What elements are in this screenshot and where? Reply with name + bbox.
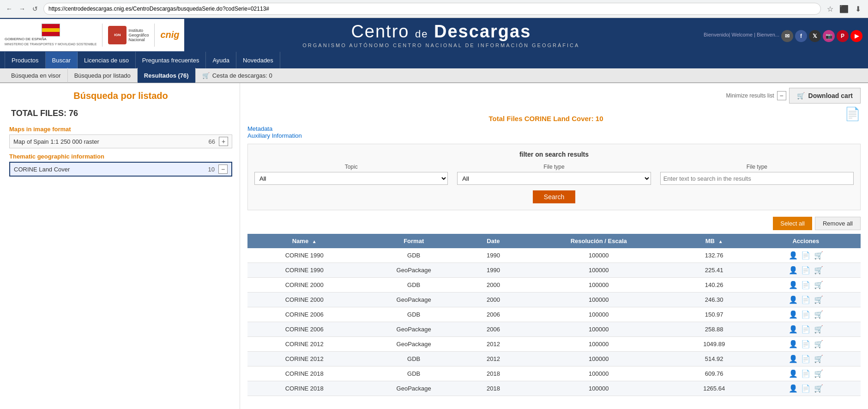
table-row: CORINE 2000 GDB 2000 100000 140.26 👤 📄 🛒 (247, 278, 861, 293)
back-button[interactable]: ← (5, 4, 14, 13)
download-icon[interactable]: 📄 (801, 340, 810, 348)
cell-format: GeoPackage (361, 322, 466, 337)
pdf-icon[interactable]: 📄 (844, 106, 861, 122)
filter-group-filetype: File type All (457, 164, 651, 185)
cell-resolucion: 100000 (520, 322, 677, 337)
cnig-logo: cnig (160, 30, 179, 40)
select-all-button[interactable]: Select all (773, 217, 812, 230)
category-count-maps-raster: 66 (209, 138, 215, 145)
cell-date: 2000 (466, 293, 520, 307)
cell-acciones: 👤 📄 🛒 (751, 352, 861, 366)
reload-button[interactable]: ↺ (30, 4, 40, 13)
cell-acciones: 👤 📄 🛒 (751, 248, 861, 263)
cell-format: GDB (361, 352, 466, 366)
email-icon[interactable]: ✉ (781, 30, 793, 42)
download-icon[interactable]: 📄 (801, 385, 810, 392)
cell-date: 1990 (466, 248, 520, 263)
info-icon[interactable]: 👤 (789, 311, 798, 318)
filetype-select[interactable]: All (457, 172, 651, 185)
info-icon[interactable]: 👤 (789, 281, 798, 289)
welcome-text: Bienvenido| Welcome | Bienven... (704, 32, 779, 37)
subnav-visor[interactable]: Búsqueda en visor (5, 68, 68, 83)
download-button[interactable]: ⬇ (852, 3, 863, 14)
cart-add-icon[interactable]: 🛒 (814, 355, 823, 363)
info-icon[interactable]: 👤 (789, 355, 798, 363)
topic-select[interactable]: All (254, 172, 448, 185)
download-icon[interactable]: 📄 (801, 325, 810, 333)
cart-add-icon[interactable]: 🛒 (814, 340, 823, 348)
url-bar[interactable] (43, 3, 821, 15)
info-icon[interactable]: 👤 (789, 385, 798, 392)
download-icon[interactable]: 📄 (801, 266, 810, 274)
filter-search-button[interactable]: Search (533, 190, 575, 203)
facebook-icon[interactable]: f (795, 30, 807, 42)
download-icon[interactable]: 📄 (801, 370, 810, 378)
cart-add-icon[interactable]: 🛒 (814, 325, 823, 333)
info-icon[interactable]: 👤 (789, 325, 798, 333)
pinterest-icon[interactable]: P (837, 30, 849, 42)
cell-mb: 1049.89 (677, 337, 751, 352)
category-collapse-btn[interactable]: − (218, 165, 228, 174)
subnav-resultados[interactable]: Resultados (76) (138, 68, 196, 83)
download-cart-button[interactable]: 🛒 Download cart (789, 88, 861, 104)
cell-mb: 225.41 (677, 263, 751, 278)
cart-add-icon[interactable]: 🛒 (814, 251, 823, 259)
th-mb[interactable]: MB ▲ (677, 234, 751, 248)
info-icon[interactable]: 👤 (789, 296, 798, 304)
info-icon[interactable]: 👤 (789, 340, 798, 348)
cart-add-icon[interactable]: 🛒 (814, 266, 823, 274)
nav-preguntas[interactable]: Preguntas frecuentes (136, 52, 206, 68)
total-corine-label: Total Files CORINE Land Cover: 10 (247, 115, 844, 122)
total-files: TOTAL FILES: 76 (9, 109, 232, 118)
nav-ayuda[interactable]: Ayuda (206, 52, 236, 68)
cart-add-icon[interactable]: 🛒 (814, 311, 823, 318)
metadata-link[interactable]: Metadata (247, 125, 861, 132)
category-row-maps-raster[interactable]: Map of Spain 1:1 250 000 raster 66 + (9, 134, 232, 148)
table-header-row: Name ▲ Format Date Resolución / Escala M… (247, 234, 861, 248)
nav-licencias[interactable]: Licencias de uso (78, 52, 136, 68)
th-name[interactable]: Name ▲ (247, 234, 361, 248)
download-icon[interactable]: 📄 (801, 251, 810, 259)
spain-flag (42, 24, 60, 37)
filetype-label: File type (457, 164, 651, 170)
table-row: CORINE 2006 GDB 2006 100000 150.97 👤 📄 🛒 (247, 307, 861, 322)
cell-mb: 609.76 (677, 366, 751, 381)
cell-format: GDB (361, 248, 466, 263)
search-text-input[interactable] (660, 172, 854, 185)
extensions-button[interactable]: ⬛ (838, 3, 850, 14)
table-row: CORINE 2012 GDB 2012 100000 514.92 👤 📄 🛒 (247, 352, 861, 366)
download-icon[interactable]: 📄 (801, 311, 810, 318)
filter-title: filter on search results (254, 151, 854, 158)
info-icon[interactable]: 👤 (789, 266, 798, 274)
youtube-icon[interactable]: ▶ (850, 30, 862, 42)
minimize-button[interactable]: − (777, 91, 786, 100)
info-icon[interactable]: 👤 (789, 370, 798, 378)
cell-mb: 150.97 (677, 307, 751, 322)
forward-button[interactable]: → (18, 4, 27, 13)
cell-format: GDB (361, 307, 466, 322)
instagram-icon[interactable]: 📷 (823, 30, 835, 42)
category-row-corine[interactable]: CORINE Land Cover 10 − (9, 162, 232, 177)
remove-all-button[interactable]: Remove all (815, 217, 861, 230)
download-icon[interactable]: 📄 (801, 281, 810, 289)
cart-add-icon[interactable]: 🛒 (814, 385, 823, 392)
nav-buscar[interactable]: Buscar (46, 52, 78, 68)
download-icon[interactable]: 📄 (801, 296, 810, 304)
cart-add-icon[interactable]: 🛒 (814, 281, 823, 289)
nav-novedades[interactable]: Novedades (236, 52, 280, 68)
aux-info-link[interactable]: Auxiliary Information (247, 132, 861, 139)
cart-add-icon[interactable]: 🛒 (814, 370, 823, 378)
bookmark-button[interactable]: ☆ (825, 3, 836, 14)
table-row: CORINE 2012 GeoPackage 2012 100000 1049.… (247, 337, 861, 352)
nav-productos[interactable]: Productos (5, 52, 46, 68)
subnav-listado[interactable]: Búsqueda por listado (68, 68, 138, 83)
minimize-row: Minimize results list − 🛒 Download cart (247, 88, 861, 104)
info-icon[interactable]: 👤 (789, 251, 798, 259)
cart-add-icon[interactable]: 🛒 (814, 296, 823, 304)
category-expand-btn[interactable]: + (219, 137, 228, 146)
download-icon[interactable]: 📄 (801, 355, 810, 363)
results-table: Name ▲ Format Date Resolución / Escala M… (247, 234, 861, 396)
site-subtitle: Organismo Autónomo Centro Nacional de In… (188, 43, 695, 48)
twitter-x-icon[interactable]: 𝕏 (809, 30, 821, 42)
left-panel: Búsqueda por listado TOTAL FILES: 76 Map… (0, 83, 240, 409)
